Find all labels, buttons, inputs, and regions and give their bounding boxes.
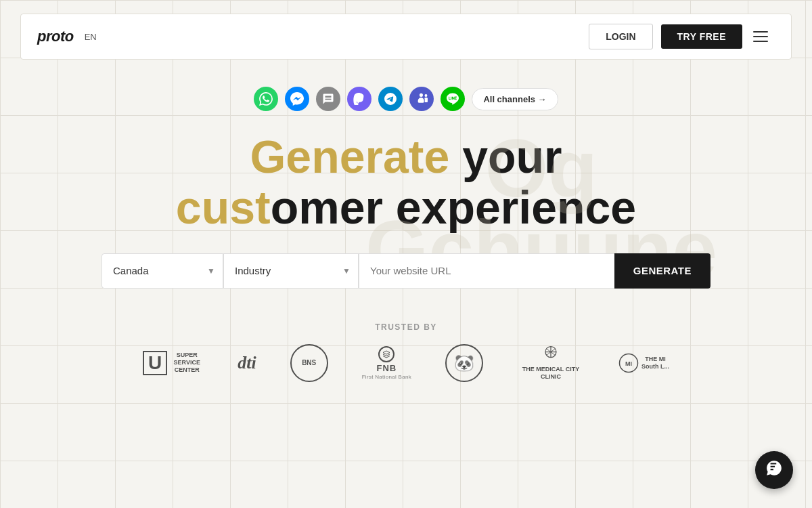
heading-generate: Generate [250, 131, 449, 182]
channel-row: All channels → [14, 87, 798, 111]
generate-button[interactable]: GENERATE [614, 253, 710, 289]
trusted-section: TRUSTED BY U SUPER SERVICE CENTER dti BN… [0, 302, 812, 389]
logo-dti: dti [238, 353, 256, 373]
whatsapp-icon[interactable] [254, 87, 278, 111]
language-selector[interactable]: EN [85, 32, 97, 42]
nav-right: LOGIN TRY FREE [589, 24, 775, 49]
heading-line2: customer experience [14, 182, 798, 233]
heading-customer: cust [176, 182, 271, 233]
teams-icon[interactable] [409, 87, 434, 111]
industry-select-wrap: Industry Healthcare Finance Retail Educa… [223, 253, 359, 289]
messenger-icon[interactable] [285, 87, 309, 111]
website-url-input[interactable] [359, 253, 614, 289]
heading-your: your [449, 131, 562, 182]
login-button[interactable]: LOGIN [589, 24, 652, 49]
chat-fab-icon [765, 459, 783, 481]
telegram-icon[interactable] [378, 87, 403, 111]
try-free-button[interactable]: TRY FREE [661, 24, 742, 49]
chat-fab-button[interactable] [755, 451, 793, 489]
logo: proto [37, 28, 74, 45]
heading-line1: Generate your [14, 131, 798, 182]
heading-experience: omer experience [271, 182, 637, 233]
all-channels-button[interactable]: All channels → [472, 88, 558, 110]
form-row: Canada USA UK Australia Philippines ▼ In… [102, 253, 710, 289]
viber-icon[interactable] [347, 87, 371, 111]
navbar: proto EN LOGIN TRY FREE [20, 14, 792, 60]
trusted-label: TRUSTED BY [0, 322, 812, 332]
hero-section: Og Gchuune All channels → Generate your [0, 60, 812, 302]
logo-super-service-center: U SUPER SERVICE CENTER [143, 351, 204, 375]
line-icon[interactable] [441, 87, 465, 111]
logo-panda: 🐼 [445, 344, 483, 382]
country-select[interactable]: Canada USA UK Australia Philippines [102, 253, 223, 289]
hamburger-menu[interactable] [750, 24, 775, 49]
industry-select[interactable]: Industry Healthcare Finance Retail Educa… [223, 253, 359, 289]
hero-heading: Generate your customer experience [14, 131, 798, 233]
logo-mi: MI THE MISouth L... [618, 353, 669, 373]
logo-bns: BNS [290, 344, 328, 382]
svg-text:MI: MI [625, 360, 632, 366]
sms-icon[interactable] [316, 87, 340, 111]
logo-medical-city: THE MEDICAL CITY CLINIC [517, 345, 585, 381]
trusted-logos: U SUPER SERVICE CENTER dti BNS FNB First… [0, 344, 812, 382]
nav-left: proto EN [37, 28, 97, 45]
logo-fnb: FNB First National Bank [362, 346, 411, 380]
country-select-wrap: Canada USA UK Australia Philippines ▼ [102, 253, 223, 289]
